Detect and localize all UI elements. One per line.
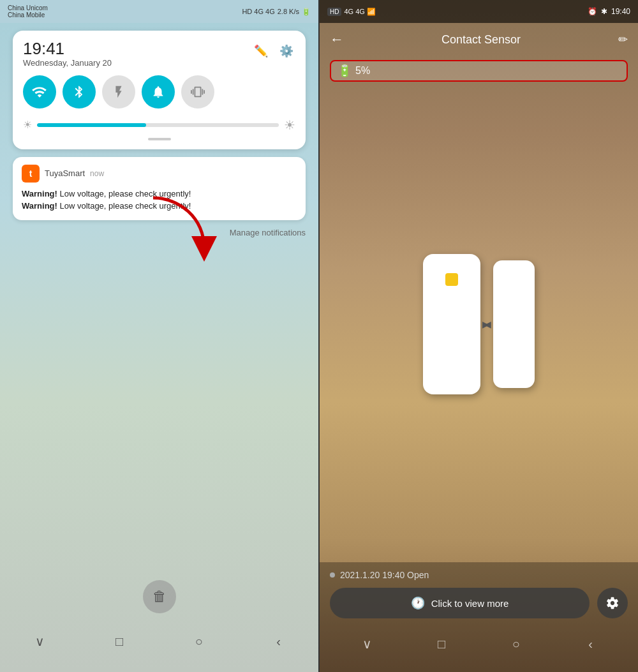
- nav-circle-button[interactable]: ○: [186, 629, 212, 654]
- manage-notif-label[interactable]: Manage notifications: [230, 228, 306, 237]
- sensor-device-area: ▶ ◀: [320, 86, 638, 562]
- signal-label: HD 4G 4G: [242, 8, 274, 15]
- status-record: 2021.1.20 19:40 Open: [340, 570, 429, 580]
- right-bottom-panel: 2021.1.20 19:40 Open 🕐 Click to view mor…: [320, 562, 638, 672]
- page-title: Contact Sensor: [441, 33, 521, 47]
- status-line: 2021.1.20 19:40 Open: [330, 570, 628, 580]
- qs-toggles-row: [23, 75, 295, 108]
- battery-badge: 🔋 5%: [330, 60, 628, 82]
- right-bt-icon: ✱: [601, 7, 607, 16]
- battery-low-icon: 🔋: [338, 64, 352, 78]
- notification-card[interactable]: t TuyaSmart now Warning! Low voltage, pl…: [13, 157, 306, 220]
- right-status-left: HD 4G 4G 📶: [327, 8, 376, 16]
- sensor-secondary-piece: ◀: [493, 260, 535, 388]
- view-more-label: Click to view more: [431, 598, 509, 609]
- qs-time-date: 19:41 Wednesday, January 20: [23, 40, 112, 68]
- nav-back-button[interactable]: ‹: [266, 629, 292, 654]
- brightness-fill: [37, 123, 146, 127]
- right-time: 19:40: [611, 7, 630, 16]
- right-alarm-icon: ⏰: [588, 7, 597, 16]
- qs-date: Wednesday, January 20: [23, 58, 112, 68]
- left-nav-bar: ∨ □ ○ ‹: [0, 623, 318, 659]
- brightness-low-icon: ☀: [23, 119, 32, 131]
- edit-icon[interactable]: ✏️: [252, 42, 270, 60]
- qs-header: 19:41 Wednesday, January 20 ✏️ ⚙️: [23, 40, 295, 68]
- network-label: 4G 4G 📶: [344, 8, 375, 16]
- right-nav-square-button[interactable]: □: [429, 631, 454, 657]
- bottom-actions: 🕐 Click to view more: [330, 588, 628, 618]
- sensor-arrow-left-icon: ◀: [484, 319, 491, 329]
- brightness-high-icon: ☀: [284, 117, 295, 133]
- notif-message1: Warning! Low voltage, please check urgen…: [22, 188, 297, 200]
- gear-icon[interactable]: ⚙️: [278, 42, 295, 60]
- right-status-right: ⏰ ✱ 19:40: [588, 7, 630, 16]
- left-phone-panel: China Unicom China Mobile HD 4G 4G 2.8 K…: [0, 0, 318, 672]
- notif-app-name: TuyaSmart: [45, 168, 85, 178]
- sensor-led: [445, 273, 458, 286]
- left-bottom-area: 🗑 ∨ □ ○ ‹: [0, 240, 318, 672]
- vibrate-toggle[interactable]: [181, 75, 214, 108]
- notif-time: now: [90, 169, 104, 178]
- status-icons: HD 4G 4G 2.8 K/s 🔋: [242, 8, 311, 16]
- manage-notifications[interactable]: Manage notifications: [0, 225, 318, 240]
- right-nav-down-button[interactable]: ∨: [354, 631, 380, 657]
- notif-header: t TuyaSmart now: [22, 165, 297, 183]
- settings-button[interactable]: [597, 588, 628, 618]
- qs-time: 19:41: [23, 40, 112, 58]
- left-status-bar: China Unicom China Mobile HD 4G 4G 2.8 K…: [0, 0, 318, 23]
- drag-bar: [148, 138, 171, 140]
- quick-settings-card: 19:41 Wednesday, January 20 ✏️ ⚙️: [13, 31, 306, 149]
- right-nav-back-button[interactable]: ‹: [578, 631, 604, 657]
- speed-label: 2.8 K/s: [278, 8, 299, 15]
- bell-toggle[interactable]: [142, 75, 175, 108]
- hd-badge: HD: [327, 8, 341, 16]
- battery-icon: 🔋: [302, 8, 311, 16]
- drag-handle: [23, 138, 295, 140]
- edit-button[interactable]: ✏: [618, 33, 628, 47]
- bluetooth-toggle[interactable]: [63, 75, 96, 108]
- nav-down-button[interactable]: ∨: [27, 629, 52, 654]
- battery-percent: 5%: [355, 65, 370, 77]
- carrier1-label: China Unicom: [8, 4, 48, 11]
- right-nav-bar: ∨ □ ○ ‹: [330, 626, 628, 664]
- back-button[interactable]: ←: [330, 31, 344, 48]
- qs-action-icons: ✏️ ⚙️: [252, 42, 295, 60]
- wifi-toggle[interactable]: [23, 75, 56, 108]
- trash-button[interactable]: 🗑: [143, 580, 176, 613]
- notif-message2: Warning! Low voltage, please check urgen…: [22, 200, 297, 213]
- tuya-app-icon: t: [22, 165, 40, 183]
- brightness-bar[interactable]: [37, 123, 279, 127]
- carrier2-label: China Mobile: [8, 11, 48, 19]
- carrier-info: China Unicom China Mobile: [8, 4, 48, 19]
- sensor-main-piece: ▶: [423, 254, 480, 394]
- flashlight-toggle[interactable]: [102, 75, 135, 108]
- view-more-button[interactable]: 🕐 Click to view more: [330, 588, 590, 618]
- right-header: ← Contact Sensor ✏: [320, 23, 638, 56]
- clock-icon: 🕐: [411, 596, 425, 610]
- brightness-row: ☀ ☀: [23, 117, 295, 133]
- right-phone-panel: HD 4G 4G 📶 ⏰ ✱ 19:40 ← Contact Sensor ✏ …: [320, 0, 638, 672]
- nav-square-button[interactable]: □: [107, 629, 132, 654]
- right-nav-circle-button[interactable]: ○: [503, 631, 529, 657]
- status-dot: [330, 572, 335, 578]
- notif-text: Warning! Low voltage, please check urgen…: [22, 188, 297, 213]
- right-status-bar: HD 4G 4G 📶 ⏰ ✱ 19:40: [320, 0, 638, 23]
